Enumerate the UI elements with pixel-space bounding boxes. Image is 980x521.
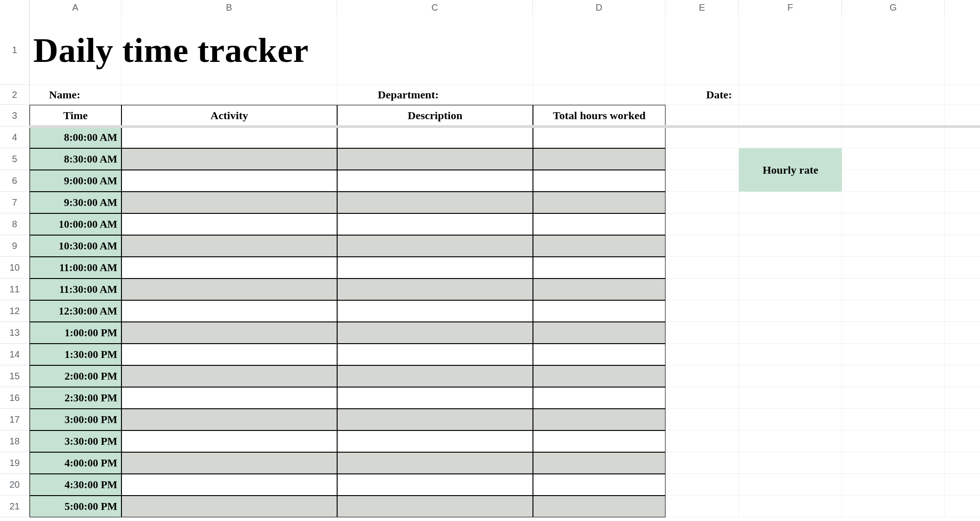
table-header-1[interactable]: Activity [121,105,337,127]
data-cell[interactable] [533,430,665,452]
row-header-5[interactable]: 5 [0,148,29,170]
data-cell[interactable] [337,170,533,192]
data-cell[interactable] [121,279,337,300]
row-header-15[interactable]: 15 [0,365,29,387]
row-header-12[interactable]: 12 [0,300,29,322]
data-cell[interactable] [121,257,337,279]
row-header-18[interactable]: 18 [0,430,29,452]
time-cell[interactable]: 11:00:00 AM [30,257,121,279]
data-cell[interactable] [337,452,533,474]
time-cell[interactable]: 9:00:00 AM [30,170,121,192]
data-cell[interactable] [533,452,665,474]
row-header-13[interactable]: 13 [0,322,29,344]
time-cell[interactable]: 12:30:00 AM [30,300,121,322]
data-cell[interactable] [121,213,337,235]
data-cell[interactable] [533,279,665,300]
data-cell[interactable] [533,213,665,235]
data-cell[interactable] [121,430,337,452]
data-cell[interactable] [337,409,533,430]
column-header-G[interactable]: G [842,0,945,15]
data-cell[interactable] [121,365,337,387]
data-cell[interactable] [337,127,533,148]
grid-area[interactable]: Daily time trackerName:Department:Date:T… [30,15,980,521]
data-cell[interactable] [337,257,533,279]
time-cell[interactable]: 10:00:00 AM [30,213,121,235]
row-header-8[interactable]: 8 [0,213,29,235]
row-header-19[interactable]: 19 [0,452,29,474]
data-cell[interactable] [337,365,533,387]
column-header-B[interactable]: B [121,0,337,15]
row-header-17[interactable]: 17 [0,409,29,430]
hourly-rate-label[interactable]: Hourly rate [739,148,842,192]
data-cell[interactable] [533,496,665,517]
row-header-11[interactable]: 11 [0,279,29,300]
data-cell[interactable] [533,344,665,365]
row-header-10[interactable]: 10 [0,257,29,279]
data-cell[interactable] [533,170,665,192]
data-cell[interactable] [533,257,665,279]
column-header-F[interactable]: F [739,0,842,15]
row-header-16[interactable]: 16 [0,387,29,409]
data-cell[interactable] [533,365,665,387]
row-header-20[interactable]: 20 [0,474,29,496]
data-cell[interactable] [121,235,337,257]
data-cell[interactable] [533,235,665,257]
row-header-14[interactable]: 14 [0,344,29,365]
column-header-E[interactable]: E [665,0,739,15]
data-cell[interactable] [533,409,665,430]
data-cell[interactable] [121,300,337,322]
data-cell[interactable] [337,213,533,235]
row-header-1[interactable]: 1 [0,15,29,85]
data-cell[interactable] [533,474,665,496]
column-header-H[interactable]: H [945,0,980,15]
table-header-0[interactable]: Time [30,105,121,127]
time-cell[interactable]: 1:00:00 PM [30,322,121,344]
row-header-4[interactable]: 4 [0,127,29,148]
time-cell[interactable]: 2:00:00 PM [30,365,121,387]
data-cell[interactable] [337,322,533,344]
table-header-2[interactable]: Description [337,105,533,127]
data-cell[interactable] [121,322,337,344]
time-cell[interactable]: 3:00:00 PM [30,409,121,430]
data-cell[interactable] [533,322,665,344]
data-cell[interactable] [337,192,533,213]
data-cell[interactable] [533,148,665,170]
column-header-C[interactable]: C [337,0,533,15]
time-cell[interactable]: 4:00:00 PM [30,452,121,474]
time-cell[interactable]: 10:30:00 AM [30,235,121,257]
data-cell[interactable] [533,192,665,213]
time-cell[interactable]: 9:30:00 AM [30,192,121,213]
data-cell[interactable] [337,387,533,409]
data-cell[interactable] [121,127,337,148]
time-cell[interactable]: 8:30:00 AM [30,148,121,170]
data-cell[interactable] [121,387,337,409]
select-all-corner[interactable] [0,0,30,15]
data-cell[interactable] [121,452,337,474]
data-cell[interactable] [121,344,337,365]
time-cell[interactable]: 11:30:00 AM [30,279,121,300]
data-cell[interactable] [337,148,533,170]
row-header-2[interactable]: 2 [0,85,29,105]
row-header-9[interactable]: 9 [0,235,29,257]
data-cell[interactable] [121,409,337,430]
column-header-D[interactable]: D [533,0,665,15]
data-cell[interactable] [337,344,533,365]
row-header-7[interactable]: 7 [0,192,29,213]
data-cell[interactable] [121,192,337,213]
data-cell[interactable] [533,127,665,148]
data-cell[interactable] [337,235,533,257]
data-cell[interactable] [121,496,337,517]
data-cell[interactable] [337,279,533,300]
table-header-3[interactable]: Total hours worked [533,105,665,127]
time-cell[interactable]: 5:00:00 PM [30,496,121,517]
column-header-A[interactable]: A [30,0,121,15]
row-header-6[interactable]: 6 [0,170,29,192]
data-cell[interactable] [337,300,533,322]
time-cell[interactable]: 2:30:00 PM [30,387,121,409]
time-cell[interactable]: 8:00:00 AM [30,127,121,148]
time-cell[interactable]: 4:30:00 PM [30,474,121,496]
data-cell[interactable] [337,496,533,517]
time-cell[interactable]: 3:30:00 PM [30,430,121,452]
data-cell[interactable] [533,300,665,322]
row-header-3[interactable]: 3 [0,105,29,127]
